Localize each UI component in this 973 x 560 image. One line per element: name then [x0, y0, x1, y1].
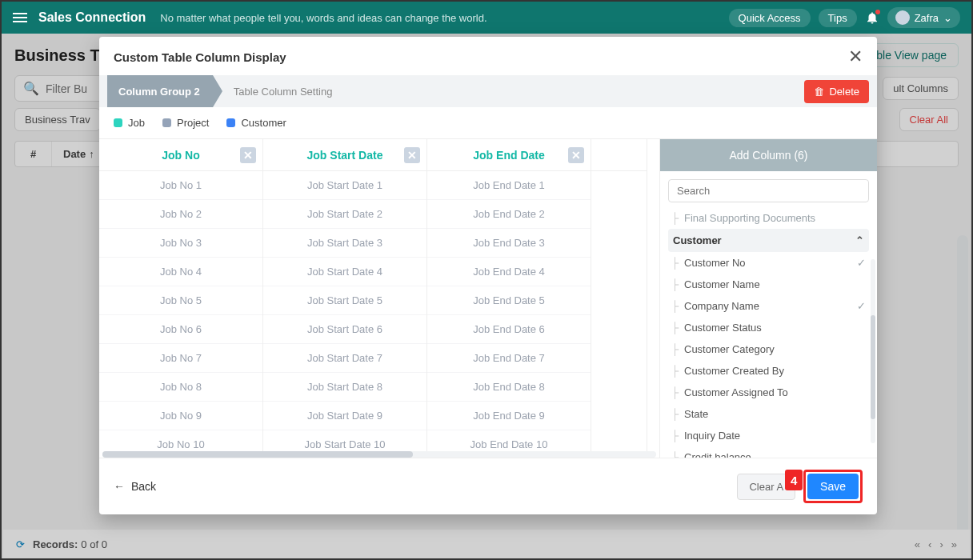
custom-column-modal: Custom Table Column Display ✕ Column Gro…	[99, 37, 877, 514]
add-section-customer[interactable]: Customer ⌃	[668, 229, 869, 252]
quick-access-button[interactable]: Quick Access	[729, 9, 811, 27]
chevron-up-icon: ⌃	[855, 234, 864, 246]
column-header: Job No✕	[99, 139, 262, 171]
column-cell: Job Start Date 5	[263, 286, 426, 315]
bell-icon[interactable]	[865, 10, 879, 25]
column-cell: Job No 7	[99, 344, 262, 373]
delete-button[interactable]: 🗑 Delete	[804, 80, 869, 103]
add-column-item-label: Customer Name	[684, 278, 760, 290]
add-column-item-label: State	[684, 408, 708, 420]
column-cell: Job No 9	[99, 402, 262, 430]
tagline: No matter what people tell you, words an…	[160, 12, 728, 24]
delete-button-label: Delete	[829, 86, 859, 98]
column-cell: Job End Date 1	[427, 171, 591, 200]
top-bar: Sales Connection No matter what people t…	[2, 2, 971, 34]
column-cell: Job End Date 6	[427, 315, 591, 344]
save-annotation-badge: 4	[785, 470, 803, 490]
avatar-icon	[895, 10, 910, 25]
chevron-down-icon: ⌄	[943, 12, 952, 24]
legend-swatch	[226, 118, 235, 127]
tips-button[interactable]: Tips	[819, 9, 857, 27]
column-spacer	[591, 139, 647, 458]
remove-column-icon[interactable]: ✕	[404, 147, 420, 163]
add-column-search-input[interactable]	[668, 179, 869, 202]
breadcrumb-active[interactable]: Column Group 2	[107, 75, 213, 107]
hamburger-icon[interactable]	[13, 13, 27, 22]
add-panel-vscroll[interactable]	[871, 259, 875, 443]
back-button[interactable]: ← Back	[114, 480, 156, 493]
add-column-item[interactable]: ├Customer Status	[668, 317, 869, 338]
column-cell: Job Start Date 1	[263, 171, 426, 200]
column-cell: Job Start Date 4	[263, 258, 426, 286]
breadcrumb-step[interactable]: Table Column Setting	[234, 86, 333, 98]
add-column-item-label: Customer Status	[684, 322, 762, 334]
column-header-label: Job Start Date	[307, 149, 383, 162]
column-cell: Job No 1	[99, 171, 262, 200]
username-label: Zafra	[915, 12, 939, 24]
column: Job No✕Job No 1Job No 2Job No 3Job No 4J…	[99, 139, 263, 458]
brand-label: Sales Connection	[38, 10, 146, 25]
legend-row: JobProjectCustomer	[99, 107, 877, 139]
legend-label: Customer	[241, 117, 286, 129]
user-menu[interactable]: Zafra ⌄	[887, 7, 960, 28]
save-highlight: 4 Save	[803, 470, 863, 503]
column-cell: Job End Date 8	[427, 373, 591, 402]
column-cell: Job No 5	[99, 286, 262, 315]
column-cell: Job Start Date 6	[263, 315, 426, 344]
add-column-item[interactable]: ├Customer Created By	[668, 360, 869, 382]
remove-column-icon[interactable]: ✕	[240, 147, 256, 163]
arrow-left-icon: ←	[114, 480, 125, 493]
column-cell: Job Start Date 7	[263, 344, 426, 373]
legend-swatch	[162, 118, 171, 127]
column-cell: Job End Date 7	[427, 344, 591, 373]
legend-label: Project	[177, 117, 209, 129]
remove-column-icon[interactable]: ✕	[568, 147, 584, 163]
back-button-label: Back	[131, 480, 156, 493]
add-column-panel: Add Column (6) ├Final Supporting Documen…	[659, 139, 877, 458]
column: Job End Date✕Job End Date 1Job End Date …	[427, 139, 591, 458]
add-column-item-label: Customer Created By	[684, 365, 784, 377]
add-column-item[interactable]: ├Company Name✓	[668, 295, 869, 317]
legend-swatch	[114, 118, 122, 127]
column-cell: Job Start Date 9	[263, 402, 426, 430]
column-cell: Job No 8	[99, 373, 262, 402]
add-column-item[interactable]: ├Customer Assigned To	[668, 382, 869, 403]
add-column-item[interactable]: ├Inquiry Date	[668, 425, 869, 446]
column-cell: Job End Date 3	[427, 229, 591, 258]
column-cell: Job End Date 9	[427, 402, 591, 430]
close-icon[interactable]: ✕	[848, 48, 863, 66]
legend-item: Job	[114, 117, 145, 129]
breadcrumb-bar: Column Group 2 Table Column Setting 🗑 De…	[99, 75, 877, 107]
column-cell: Job Start Date 8	[263, 373, 426, 402]
column-cell: Job Start Date 3	[263, 229, 426, 258]
add-column-item[interactable]: ├Customer Name	[668, 274, 869, 295]
add-column-item[interactable]: ├Credit balance	[668, 446, 869, 458]
column-header-empty	[591, 139, 647, 171]
column-cell: Job No 4	[99, 258, 262, 286]
legend-item: Project	[162, 117, 209, 129]
column-header-label: Job End Date	[473, 149, 544, 162]
column-header: Job End Date✕	[427, 139, 591, 171]
add-column-item[interactable]: ├Customer No✓	[668, 252, 869, 274]
columns-scroll-area: Job No✕Job No 1Job No 2Job No 3Job No 4J…	[99, 139, 659, 458]
column: Job Start Date✕Job Start Date 1Job Start…	[263, 139, 427, 458]
add-column-item[interactable]: ├State	[668, 403, 869, 425]
modal-title: Custom Table Column Display	[114, 50, 848, 64]
add-item-prev[interactable]: ├Final Supporting Documents	[668, 207, 869, 229]
save-button[interactable]: Save	[807, 474, 859, 499]
add-column-item[interactable]: ├Customer Category	[668, 338, 869, 360]
column-cell: Job End Date 2	[427, 200, 591, 229]
column-header-label: Job No	[162, 149, 199, 162]
columns-hscroll[interactable]	[102, 451, 656, 458]
check-icon: ✓	[857, 300, 866, 312]
add-column-item-label: Customer Category	[684, 343, 775, 355]
check-icon: ✓	[857, 257, 866, 269]
add-item-prev-label: Final Supporting Documents	[684, 212, 815, 224]
add-column-item-label: Customer No	[684, 257, 746, 269]
add-column-item-label: Company Name	[684, 300, 759, 312]
legend-label: Job	[128, 117, 145, 129]
legend-item: Customer	[226, 117, 286, 129]
column-cell: Job No 2	[99, 200, 262, 229]
add-section-label: Customer	[673, 234, 722, 246]
column-header: Job Start Date✕	[263, 139, 426, 171]
